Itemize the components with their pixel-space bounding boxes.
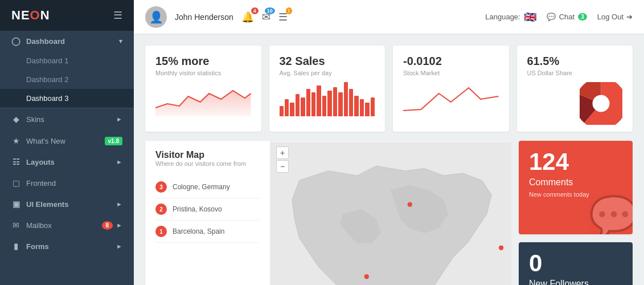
stat-card-dollar: 61.5% US Dollar Share bbox=[517, 46, 633, 132]
logout-icon: ➔ bbox=[626, 13, 633, 21]
comments-label: Comments bbox=[529, 177, 622, 188]
stat-label-stock: Stock Market bbox=[403, 70, 499, 76]
map-zoom-out-button[interactable]: − bbox=[276, 160, 289, 173]
bar-5 bbox=[301, 97, 305, 116]
sidebar-item-whatsnew[interactable]: ★ What's New v1.8 bbox=[0, 130, 134, 152]
stat-card-sales: 32 Sales Avg. Sales per day bbox=[269, 46, 385, 132]
topbar: 👤 John Henderson 🔔 4 ✉ 10 ☰ ! Language: … bbox=[134, 0, 644, 34]
bar-18 bbox=[371, 97, 375, 116]
svg-point-5 bbox=[408, 202, 412, 206]
layouts-icon: ☷ bbox=[11, 157, 20, 166]
location-name-1: Barcelona, Spain bbox=[173, 227, 224, 235]
map-subtitle: Where do our visitors come from bbox=[155, 160, 260, 167]
notification-envelope-icon[interactable]: ✉ 10 bbox=[262, 11, 270, 23]
sidebar-item-dashboard[interactable]: ◯ Dashboard ▾ bbox=[0, 31, 134, 51]
sidebar-logo: NEON ☰ bbox=[0, 0, 134, 31]
map-location-2: 2 Pristina, Kosovo bbox=[155, 198, 260, 221]
flag-icon: 🇬🇧 bbox=[524, 11, 536, 23]
stat-label-sales: Avg. Sales per day bbox=[280, 70, 375, 76]
sidebar-item-forms[interactable]: ▮ Forms ► bbox=[0, 236, 134, 256]
dashboard-section: ◯ Dashboard ▾ Dashboard 1 Dashboard 2 Da… bbox=[0, 31, 134, 108]
whatsnew-label: What's New bbox=[26, 137, 65, 145]
followers-number: 0 bbox=[529, 251, 622, 275]
sidebar-item-skins[interactable]: ◆ Skins ► bbox=[0, 108, 134, 130]
ui-icon: ▣ bbox=[11, 199, 20, 209]
stat-card-visitors: 15% more Monthly visitor statistics bbox=[145, 46, 261, 132]
frontend-icon: ▢ bbox=[11, 178, 20, 188]
location-name-2: Pristina, Kosovo bbox=[173, 205, 222, 213]
topbar-right: Language: 🇬🇧 💬 Chat 3 Log Out ➔ bbox=[485, 11, 633, 23]
sidebar-item-dashboard2[interactable]: Dashboard 2 bbox=[0, 70, 134, 89]
mailbox-right: 8 ► bbox=[102, 221, 122, 230]
map-card: Visitor Map Where do our visitors come f… bbox=[145, 141, 511, 285]
dashboard-icon: ◯ bbox=[11, 36, 20, 46]
sidebar-item-ui-elements[interactable]: ▣ UI Elements ► bbox=[0, 194, 134, 214]
logo-o: O bbox=[30, 8, 40, 22]
logo: NEON bbox=[11, 8, 50, 23]
sidebar-item-layouts[interactable]: ☷ Layouts ► bbox=[0, 152, 134, 172]
svg-point-3 bbox=[593, 96, 609, 111]
avatar: 👤 bbox=[145, 6, 167, 28]
notification-list-icon[interactable]: ☰ ! bbox=[278, 11, 288, 23]
europe-svg bbox=[270, 141, 511, 285]
layouts-arrow: ► bbox=[116, 158, 122, 165]
dashboard-label-group: ◯ Dashboard bbox=[11, 36, 65, 46]
skins-arrow: ► bbox=[116, 116, 122, 123]
bar-6 bbox=[306, 89, 310, 116]
chat-icon: 💬 bbox=[547, 13, 556, 21]
bar-8 bbox=[317, 85, 321, 116]
sidebar-item-dashboard3[interactable]: Dashboard 3 bbox=[0, 89, 134, 108]
forms-icon: ▮ bbox=[11, 242, 20, 251]
frontend-label: Frontend bbox=[26, 179, 56, 188]
bar-7 bbox=[311, 92, 315, 116]
whatsnew-icon: ★ bbox=[11, 136, 20, 145]
language-selector[interactable]: Language: 🇬🇧 bbox=[485, 11, 536, 23]
notif2-badge: 10 bbox=[265, 7, 275, 14]
comments-card: 124 Comments New comments today 💬 bbox=[519, 141, 633, 234]
bar-1 bbox=[280, 106, 284, 116]
layouts-label-group: ☷ Layouts bbox=[11, 157, 55, 166]
stats-row: 15% more Monthly visitor statistics bbox=[145, 46, 633, 132]
bar-11 bbox=[333, 87, 337, 116]
sidebar-item-mailbox[interactable]: ✉ Mailbox 8 ► bbox=[0, 214, 134, 236]
logout-button[interactable]: Log Out ➔ bbox=[597, 13, 633, 21]
hamburger-icon[interactable]: ☰ bbox=[113, 9, 122, 22]
stat-value-visitors: 15% more bbox=[155, 55, 251, 68]
notif1-badge: 4 bbox=[251, 7, 259, 14]
skins-label-group: ◆ Skins bbox=[11, 115, 44, 124]
notification-bell-icon[interactable]: 🔔 4 bbox=[241, 11, 254, 23]
stat-label-visitors: Monthly visitor statistics bbox=[155, 70, 251, 76]
bar-10 bbox=[327, 91, 331, 116]
skins-icon: ◆ bbox=[11, 115, 20, 124]
pie-chart bbox=[580, 82, 622, 125]
topbar-left: 👤 John Henderson 🔔 4 ✉ 10 ☰ ! bbox=[145, 6, 288, 28]
map-left-panel: Visitor Map Where do our visitors come f… bbox=[145, 141, 270, 285]
map-right-panel: + − bbox=[270, 141, 511, 285]
bar-9 bbox=[322, 96, 326, 116]
chat-button[interactable]: 💬 Chat 3 bbox=[547, 13, 587, 21]
location-rank-2: 2 bbox=[155, 203, 167, 215]
skins-label: Skins bbox=[26, 115, 44, 124]
bar-15 bbox=[354, 96, 358, 116]
bar-3 bbox=[290, 103, 294, 116]
bar-2 bbox=[285, 99, 289, 116]
dashboard-label: Dashboard bbox=[26, 37, 65, 46]
whatsnew-label-group: ★ What's New bbox=[11, 136, 65, 145]
ui-label: UI Elements bbox=[26, 200, 68, 209]
sidebar-item-frontend[interactable]: ▢ Frontend bbox=[0, 172, 134, 194]
main-area: 👤 John Henderson 🔔 4 ✉ 10 ☰ ! Language: … bbox=[134, 0, 644, 285]
map-location-1: 3 Cologne, Germany bbox=[155, 176, 260, 198]
stat-value-stock: -0.0102 bbox=[403, 55, 499, 68]
sales-chart bbox=[280, 82, 375, 125]
forms-arrow: ► bbox=[116, 243, 122, 250]
stat-label-dollar: US Dollar Share bbox=[527, 70, 623, 76]
stock-chart bbox=[403, 82, 499, 125]
sidebar-item-dashboard1[interactable]: Dashboard 1 bbox=[0, 51, 134, 70]
followers-card: 0 New Followers bbox=[519, 242, 633, 285]
mailbox-icon: ✉ bbox=[11, 221, 20, 230]
map-zoom-in-button[interactable]: + bbox=[276, 146, 289, 159]
ui-label-group: ▣ UI Elements bbox=[11, 199, 68, 209]
comments-number: 124 bbox=[529, 150, 622, 174]
bar-12 bbox=[338, 92, 342, 116]
language-label: Language: bbox=[485, 13, 520, 21]
